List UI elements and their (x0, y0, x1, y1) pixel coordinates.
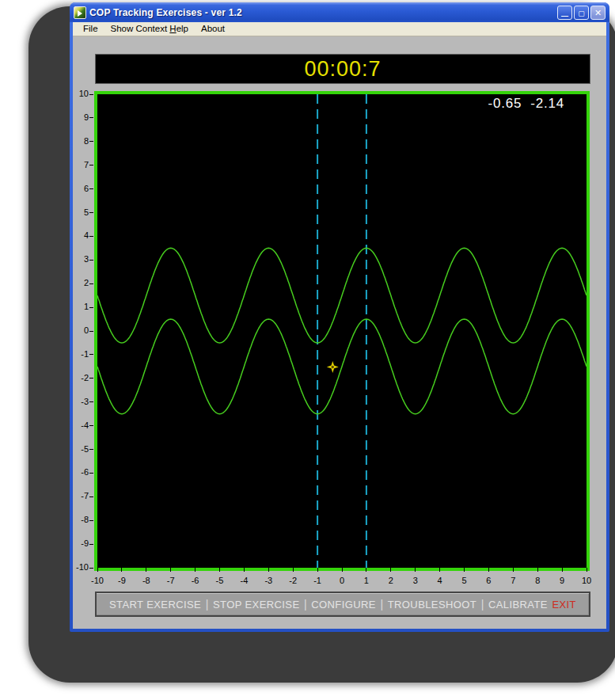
plot-frame: -0.65 -2.14 (94, 91, 590, 571)
y-tick-mark (89, 496, 93, 497)
y-tick-mark (89, 260, 93, 261)
timer-display: 00:00:7 (95, 54, 590, 84)
menu-bar: File Show Context Help About (73, 22, 606, 36)
x-tick-label: 9 (550, 576, 574, 586)
y-tick-mark (89, 354, 93, 355)
close-button[interactable]: ✕ (590, 6, 606, 20)
y-tick-label: 10 (73, 89, 89, 99)
y-tick-mark (89, 544, 93, 545)
menu-item-file[interactable]: File (77, 23, 104, 35)
x-tick-label: -8 (135, 576, 158, 586)
menu-item-about[interactable]: About (195, 23, 231, 35)
timer-value: 00:00:7 (304, 57, 381, 82)
y-tick-label: -2 (73, 373, 89, 383)
y-tick-mark (89, 165, 93, 165)
y-tick-label: 4 (73, 230, 89, 241)
y-tick-mark (89, 283, 93, 284)
y-tick-mark (89, 401, 93, 402)
y-tick-mark (89, 520, 93, 521)
y-tick-label: -8 (73, 515, 89, 525)
y-tick-label: 2 (73, 278, 89, 288)
y-tick-label: 1 (73, 302, 89, 312)
minimize-button[interactable]: — (557, 6, 572, 20)
cursor-readout: -0.65 -2.14 (488, 96, 564, 112)
menu-item-label: H (169, 24, 176, 33)
y-tick-mark (89, 188, 93, 189)
x-tick-label: -3 (256, 576, 280, 586)
minimize-icon: — (561, 10, 568, 22)
window-title: COP Tracking Exercises - ver 1.2 (89, 7, 557, 18)
x-tick-label: 2 (379, 576, 403, 586)
toolbar-separator: | (304, 598, 307, 611)
y-tick-label: -5 (73, 444, 89, 455)
y-tick-mark (89, 425, 93, 426)
x-tick-label: 6 (476, 576, 500, 586)
plot-canvas[interactable] (97, 94, 587, 568)
y-tick-mark (89, 94, 93, 95)
upper-target-sine (97, 248, 587, 343)
y-tick-label: -6 (73, 467, 89, 477)
toolbar-separator: | (380, 598, 383, 611)
toolbar-button-troubleshoot[interactable]: TROUBLESHOOT (388, 599, 476, 611)
y-tick-label: 7 (73, 160, 89, 170)
y-tick-mark (89, 378, 93, 379)
x-tick-label: -1 (306, 576, 329, 586)
y-tick-label: -3 (73, 397, 89, 407)
page-background: COP Tracking Exercises - ver 1.2 — ▢ ✕ F… (0, 0, 615, 700)
y-tick-label: 9 (73, 112, 89, 123)
y-tick-label: -9 (73, 538, 89, 549)
y-tick-mark (89, 307, 93, 308)
x-tick-label: 7 (501, 576, 525, 586)
x-tick-label: -6 (184, 576, 207, 586)
y-tick-mark (89, 212, 93, 213)
x-tick-label: -2 (281, 576, 305, 586)
x-tick-label: 3 (404, 576, 427, 586)
toolbar-button-calibrate[interactable]: CALIBRATE (488, 599, 548, 611)
y-tick-mark (89, 568, 93, 569)
app-window: COP Tracking Exercises - ver 1.2 — ▢ ✕ F… (70, 2, 609, 632)
client-area: 00:00:7 -0.65 -2.14 109876543210-1-2-3-4… (73, 36, 606, 629)
y-tick-label: 5 (73, 207, 89, 218)
y-tick-label: -10 (73, 562, 89, 573)
toolbar-button-start-exercise[interactable]: START EXERCISE (109, 599, 201, 611)
maximize-button[interactable]: ▢ (574, 6, 589, 20)
x-tick-label: -7 (159, 576, 183, 586)
y-tick-mark (89, 331, 93, 332)
x-tick-label: 8 (526, 576, 549, 586)
x-tick-label: 10 (575, 576, 598, 586)
lower-target-sine (97, 319, 587, 414)
x-tick-label: 0 (330, 576, 354, 586)
y-tick-label: 0 (73, 325, 89, 336)
x-tick-label: 4 (428, 576, 452, 586)
x-tick-label: -5 (208, 576, 232, 586)
x-tick-label: 5 (453, 576, 476, 586)
y-tick-mark (89, 236, 93, 237)
cop-cursor-marker-center (332, 366, 334, 368)
window-controls: — ▢ ✕ (557, 6, 606, 20)
x-tick-label: -9 (110, 576, 134, 586)
y-tick-label: -1 (73, 349, 89, 360)
x-tick-label: -10 (85, 576, 109, 586)
close-icon: ✕ (594, 8, 602, 17)
y-tick-label: -7 (73, 491, 89, 501)
menu-item-label: elp (177, 24, 188, 33)
y-tick-mark (89, 449, 93, 450)
y-tick-label: 6 (73, 184, 89, 194)
maximize-icon: ▢ (578, 10, 585, 17)
toolbar-button-stop-exercise[interactable]: STOP EXERCISE (213, 599, 299, 611)
x-tick-label: 1 (355, 576, 378, 586)
y-tick-label: 8 (73, 136, 89, 146)
title-bar[interactable]: COP Tracking Exercises - ver 1.2 — ▢ ✕ (70, 2, 609, 22)
toolbar-separator: | (206, 598, 209, 611)
y-tick-mark (89, 473, 93, 474)
toolbar-separator: | (481, 598, 484, 611)
toolbar-button-exit[interactable]: EXIT (552, 599, 576, 611)
y-tick-mark (89, 117, 93, 118)
y-tick-mark (89, 141, 93, 142)
menu-item-show-context-help[interactable]: Show Context Help (104, 23, 195, 35)
menu-item-label: Show Context (111, 24, 170, 33)
toolbar: START EXERCISE|STOP EXERCISE|CONFIGURE|T… (95, 592, 590, 617)
toolbar-button-configure[interactable]: CONFIGURE (311, 599, 376, 611)
app-icon (74, 6, 86, 19)
y-tick-label: -4 (73, 420, 89, 431)
